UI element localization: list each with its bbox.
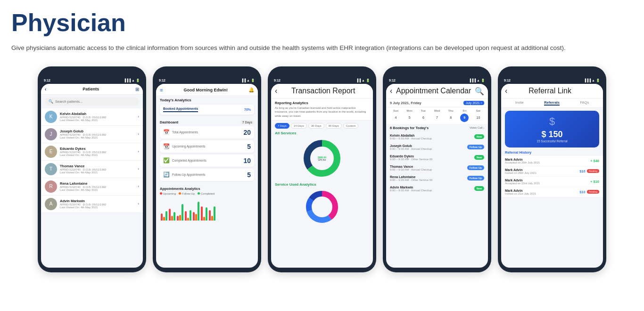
phone-notch-1 [78,71,106,77]
patient-item[interactable]: A Advin Markwin APRID-5218740 D.O.B: 05/… [41,196,143,213]
bell-icon-dash[interactable]: 🔔 [248,87,254,92]
booking-item[interactable]: Advin Markwin 9:00 – 9:30 AM · Annual Ch… [390,184,484,194]
patient-arrow: › [138,184,139,188]
booking-name: Joseph Golub [390,144,432,147]
stat-item: 📆 Upcoming Appointments 5 [160,140,254,153]
search-icon-cal[interactable]: 🔍 [475,87,484,96]
ref-date: Invited on 21st July 2021 [505,192,536,195]
dashboard-stats: Dashboard 7 Days 📅 Total Appointments 20… [156,120,258,185]
menu-icon-dash[interactable]: ≡ [160,87,163,93]
cal-days-header: SunMonTueWedThuFriSat [389,109,485,112]
stat-label: Completed Appointments [172,159,206,162]
patient-avatar: A [45,198,57,210]
phone-frame-2: 9:12 ▐▐ ▲ 🔋 ≡ Good Morning Edwin! 🔔 Toda… [153,66,261,272]
patient-item[interactable]: J Joseph Golub APRID-5218740 D.O.B: 05/1… [41,126,143,143]
appt-analytics: Appointments Analytics UpcomingFollow-Up… [156,185,258,222]
booking-info: Joseph Golub 9:00 – 9:30 AM · Annual Che… [390,144,432,150]
cal-day[interactable]: 10 [474,114,482,122]
filter-btn-30-days[interactable]: 30 Days [308,123,324,129]
bar-chart [160,197,254,221]
filter-btn-90-days[interactable]: 90 Days [326,123,342,129]
filter-icon-1[interactable]: ⊞ [135,87,139,92]
patient-name: Thomas Vance [60,164,135,168]
donut-chart-1: $980.00 12% fee [301,137,343,180]
patient-item[interactable]: K Kelvin Abdallah APRID-5218740 D.O.B: 0… [41,108,143,126]
bar [201,206,203,221]
patient-item[interactable]: T Thomas Vance APRID-5218740 D.O.B: 05/1… [41,161,143,178]
cal-day[interactable]: 6 [419,114,428,122]
booking-item[interactable]: Rena Lafontaine 9:00 – 9:30 AM · Other S… [390,173,484,184]
video-btn[interactable]: Video Call › [470,126,484,129]
booking-badge: New [474,134,484,139]
dashboard-greeting: Good Morning Edwin! [183,88,227,92]
bar [195,214,197,221]
patient-info: Joseph Golub APRID-5218740 D.O.B: 05/11/… [60,129,135,139]
ref-amount-val: $10 [579,190,586,194]
cal-month-btn[interactable]: July 2021 › [463,101,484,105]
cal-day[interactable]: 5 [405,114,414,122]
cal-day[interactable]: 4 [392,114,400,122]
filter-btn-7-days[interactable]: 7 Days [275,123,289,129]
cal-day-header: Tue [419,109,428,112]
filter-btn-custom[interactable]: Custom [343,123,359,129]
stat-item: 📅 Total Appointments 20 [160,126,254,139]
booking-item[interactable]: Thomas Vance 9:00 – 9:30 AM · Annual Che… [390,163,484,173]
bar [187,218,189,221]
cal-day[interactable]: 7 [433,114,441,122]
search-icon-patients: 🔍 [49,99,53,104]
referral-history-list: Mark Advin Accepted on 29th July 2021 + … [501,156,603,197]
phone-frame-5: 9:12 ▐▐▐ ▲ 🔋 ‹ Referral Link InviteRefer… [498,66,606,272]
stat-label: Follow-Up Appointments [172,173,205,176]
patient-item[interactable]: R Rena Lafontaine APRID-5218740 D.O.B: 0… [41,178,143,196]
bar [182,204,183,221]
ref-person: Mark Advin Invited on 26th July 2021 [505,168,537,174]
ref-amount-val: $10 [579,169,586,173]
booking-info: Advin Markwin 9:00 – 9:30 AM · Annual Ch… [390,186,432,192]
stat-icon: ✅ [163,157,170,164]
status-time-5: 9:12 [504,79,511,82]
back-icon-1[interactable]: ‹ [45,87,46,92]
days-btn[interactable]: 7 Days [240,120,254,124]
search-input-patients[interactable] [55,99,135,104]
booking-time: 9:00 – 9:30 AM · Annual Checkup [390,189,432,192]
cal-day[interactable]: 8 [446,114,455,122]
back-icon-3[interactable]: ‹ [275,87,277,95]
booking-name: Kelvin Abdallah [390,134,432,137]
booking-time: 9:00 – 9:30 AM · Other Service 00 [390,158,432,161]
patient-avatar: J [45,128,57,140]
phone-referral: 9:12 ▐▐▐ ▲ 🔋 ‹ Referral Link InviteRefer… [498,66,606,272]
filter-btn-14-days[interactable]: 14 Days [291,123,307,129]
search-bar-patients[interactable]: 🔍 [45,98,139,106]
transaction-title: Transaction Report [291,87,355,95]
status-bar-2: 9:12 ▐▐ ▲ 🔋 [156,79,258,82]
referral-tab-invite[interactable]: Invite [515,100,524,106]
patient-avatar: K [45,111,57,123]
phone-notch-5 [538,71,566,77]
dashboard-row-header: Dashboard 7 Days [160,120,254,124]
back-icon-4[interactable]: ‹ [390,87,392,95]
phone-dashboard: 9:12 ▐▐ ▲ 🔋 ≡ Good Morning Edwin! 🔔 Toda… [153,66,261,272]
ref-amount-val: + $10 [590,180,599,184]
calendar-title: Appointment Calendar [396,87,471,95]
dashboard-header: ≡ Good Morning Edwin! 🔔 [156,84,258,95]
status-time-1: 9:12 [44,79,50,82]
patient-info: Rena Lafontaine APRID-5218740 D.O.B: 05/… [60,181,135,191]
patient-name: Eduardo Dykes [60,147,135,151]
booking-info: Kelvin Abdallah 9:00 – 9:30 AM · Annual … [390,134,432,140]
stat-item: ✅ Completed Appointments 10 [160,155,254,167]
appt-legend: UpcomingFollow-UpCompleted [160,192,254,195]
back-icon-5[interactable]: ‹ [505,87,507,95]
referral-tab-faqs[interactable]: FAQs [580,100,589,106]
patient-item[interactable]: E Eduardo Dykes APRID-5218740 D.O.B: 05/… [41,143,143,161]
bar [209,210,211,221]
ref-person: Mark Advin Invited on 21st July 2021 [505,189,536,195]
booking-item[interactable]: Eduardo Dykes 9:00 – 9:30 AM · Other Ser… [390,153,484,163]
ref-date: Accepted on 23rd July 2021 [505,182,540,185]
booking-info: Thomas Vance 9:00 – 9:30 AM · Annual Che… [390,165,432,171]
referral-tab-referrals[interactable]: Referrals [544,100,560,106]
booking-item[interactable]: Kelvin Abdallah 9:00 – 9:30 AM · Annual … [390,132,484,142]
bar [206,207,207,221]
cal-day[interactable]: 9 [460,114,469,122]
booking-item[interactable]: Joseph Golub 9:00 – 9:30 AM · Annual Che… [390,142,484,153]
patient-last-visited: Last Visited On: 4th May 2021 [60,136,135,139]
